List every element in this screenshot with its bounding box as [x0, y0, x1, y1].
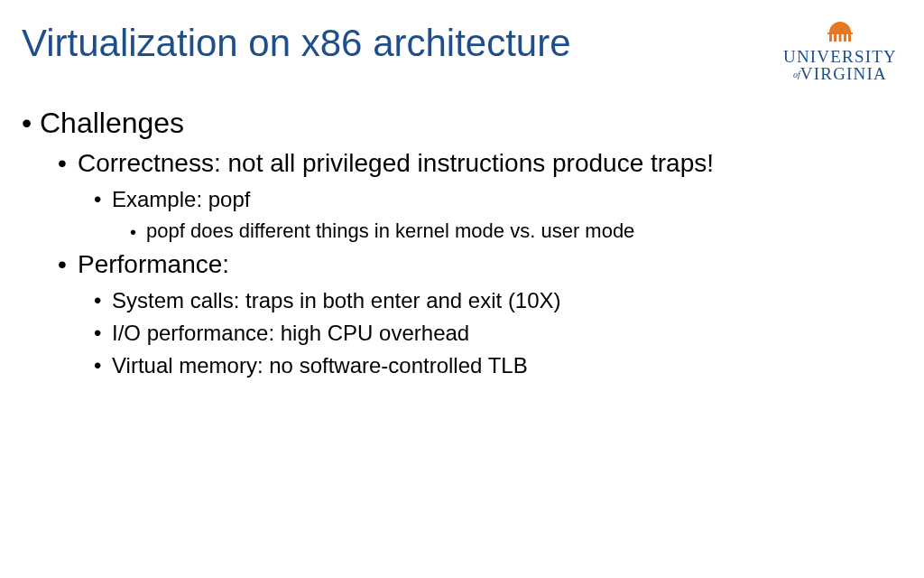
logo-text-virginia: ofVIRGINIA	[793, 64, 887, 83]
svg-rect-4	[844, 34, 846, 42]
bullet-l1: Challenges Correctness: not all privileg…	[22, 107, 902, 379]
bullet-text: Virtual memory: no software-controlled T…	[112, 353, 528, 378]
bullet-text: I/O performance: high CPU overhead	[112, 321, 469, 345]
svg-rect-2	[834, 34, 836, 42]
svg-rect-5	[848, 34, 851, 42]
bullet-l3: Example: popf popf does different things…	[94, 186, 902, 244]
rotunda-icon	[822, 20, 858, 46]
bullet-text: Challenges	[40, 107, 184, 139]
bullet-l4: popf does different things in kernel mod…	[130, 219, 902, 244]
university-logo: UNIVERSITY ofVIRGINIA	[783, 20, 897, 82]
slide-body: Challenges Correctness: not all privileg…	[22, 107, 902, 385]
logo-text-of: of	[793, 70, 800, 79]
bullet-l3: Virtual memory: no software-controlled T…	[94, 352, 902, 379]
bullet-text: Correctness: not all privileged instruct…	[78, 149, 714, 177]
bullet-text: System calls: traps in both enter and ex…	[112, 288, 561, 312]
svg-rect-3	[839, 34, 842, 42]
bullet-text: popf does different things in kernel mod…	[146, 219, 634, 242]
svg-rect-1	[829, 34, 832, 42]
bullet-l3: I/O performance: high CPU overhead	[94, 320, 902, 347]
logo-text-university: UNIVERSITY	[783, 47, 897, 66]
slide-title: Virtualization on x86 architecture	[22, 22, 571, 65]
bullet-l2: Performance: System calls: traps in both…	[58, 249, 902, 379]
bullet-text: Example: popf	[112, 187, 250, 211]
bullet-l3: System calls: traps in both enter and ex…	[94, 287, 902, 314]
bullet-text: Performance:	[78, 250, 229, 278]
bullet-l2: Correctness: not all privileged instruct…	[58, 148, 902, 244]
svg-rect-0	[827, 33, 853, 34]
